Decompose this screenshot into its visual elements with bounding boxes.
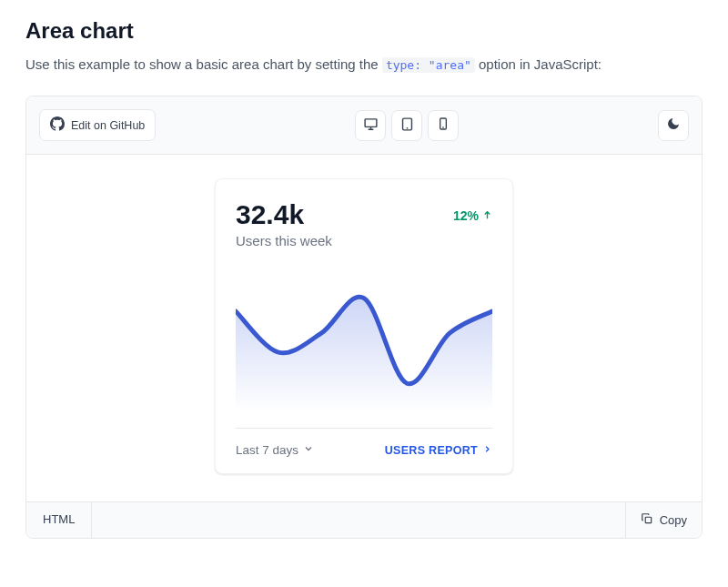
page-title: Area chart <box>25 18 703 44</box>
moon-icon <box>666 116 681 134</box>
arrow-up-icon <box>482 208 492 223</box>
stats-card: 32.4k Users this week 12% <box>215 178 513 474</box>
chevron-down-icon <box>303 443 314 457</box>
inline-code: type: "area" <box>382 57 475 73</box>
copy-label: Copy <box>660 513 687 527</box>
edit-on-github-label: Edit on GitHub <box>71 119 145 132</box>
period-dropdown[interactable]: Last 7 days <box>236 443 314 457</box>
preview-area: 32.4k Users this week 12% <box>26 155 702 501</box>
metric-value: 32.4k <box>236 199 332 229</box>
chevron-right-icon <box>482 444 492 457</box>
users-report-link[interactable]: Users Report <box>385 444 492 457</box>
github-icon <box>50 116 65 134</box>
desc-text-pre: Use this example to show a basic area ch… <box>25 56 382 72</box>
copy-icon <box>641 512 653 528</box>
desktop-icon <box>363 116 379 135</box>
example-frame: Edit on GitHub <box>25 96 703 539</box>
svg-rect-8 <box>645 517 651 522</box>
tablet-view-button[interactable] <box>391 110 422 141</box>
tablet-icon <box>399 116 415 135</box>
trend-badge: 12% <box>453 208 492 223</box>
page-description: Use this example to show a basic area ch… <box>25 56 703 72</box>
period-label: Last 7 days <box>236 443 298 457</box>
copy-button[interactable]: Copy <box>625 502 702 538</box>
mobile-view-button[interactable] <box>428 110 459 141</box>
card-footer: Last 7 days Users Report <box>236 428 492 457</box>
device-group <box>355 110 459 141</box>
report-label: Users Report <box>385 444 478 457</box>
code-tabs-bar: HTML Copy <box>26 501 702 538</box>
edit-on-github-button[interactable]: Edit on GitHub <box>39 109 156 141</box>
desc-text-post: option in JavaScript: <box>479 56 602 72</box>
metric-label: Users this week <box>236 233 332 248</box>
example-toolbar: Edit on GitHub <box>26 96 702 155</box>
svg-rect-0 <box>365 118 377 127</box>
dark-mode-toggle[interactable] <box>658 110 689 141</box>
tab-html[interactable]: HTML <box>26 502 92 538</box>
mobile-icon <box>436 116 450 134</box>
metric-block: 32.4k Users this week <box>236 199 332 248</box>
card-header: 32.4k Users this week 12% <box>236 199 492 248</box>
area-chart <box>236 261 492 411</box>
desktop-view-button[interactable] <box>355 110 386 141</box>
trend-value: 12% <box>453 208 479 223</box>
